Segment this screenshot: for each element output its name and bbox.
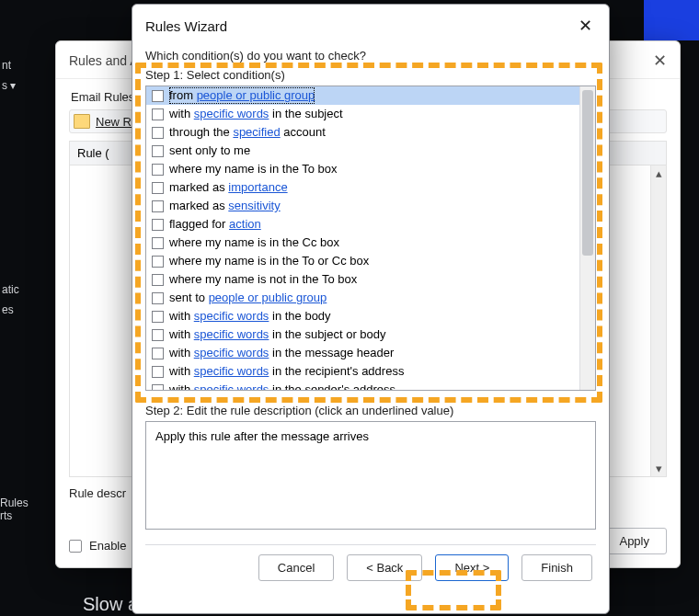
condition-checkbox[interactable] xyxy=(152,182,164,194)
rules-list-scrollbar[interactable]: ▴ ▾ xyxy=(650,165,666,476)
condition-item[interactable]: sent to people or public group xyxy=(146,289,579,307)
condition-checkbox[interactable] xyxy=(152,256,164,268)
condition-checkbox[interactable] xyxy=(152,348,164,359)
condition-item[interactable]: flagged for action xyxy=(146,215,579,234)
rules-alerts-button-row: Apply xyxy=(602,528,667,554)
condition-checkbox[interactable] xyxy=(152,127,164,139)
condition-text: in the sender's address xyxy=(269,382,395,390)
condition-item[interactable]: with specific words in the subject xyxy=(146,105,579,123)
cancel-button[interactable]: Cancel xyxy=(258,554,334,581)
condition-text: flagged for xyxy=(169,217,229,231)
condition-checkbox[interactable] xyxy=(152,200,164,212)
condition-item[interactable]: through the specified account xyxy=(146,123,579,142)
close-icon[interactable]: ✕ xyxy=(575,14,596,38)
condition-checkbox[interactable] xyxy=(152,164,164,176)
finish-button[interactable]: Finish xyxy=(521,554,592,581)
ribbon-left-lower-fragment: Rules rts xyxy=(0,496,37,522)
enable-checkbox[interactable] xyxy=(69,540,82,553)
rules-and-alerts-title: Rules and A xyxy=(69,53,139,68)
ribbon-fragment-text: s ▾ xyxy=(0,75,32,96)
condition-text: in the subject or body xyxy=(269,327,385,341)
condition-checkbox[interactable] xyxy=(152,366,164,378)
scrollbar-thumb[interactable] xyxy=(582,90,593,256)
condition-text: with xyxy=(169,327,194,341)
condition-checkbox[interactable] xyxy=(152,329,164,341)
ribbon-left-fragment: nt s ▾ atic es xyxy=(0,55,32,331)
condition-item[interactable]: where my name is in the To or Cc box xyxy=(146,252,579,270)
condition-link[interactable]: importance xyxy=(228,180,287,194)
new-rule-button[interactable]: New R xyxy=(96,115,132,129)
condition-text: where my name is in the To or Cc box xyxy=(169,254,369,268)
condition-checkbox[interactable] xyxy=(152,384,164,391)
rule-description-text: Apply this rule after the message arrive… xyxy=(155,429,369,443)
new-rule-icon xyxy=(74,114,90,129)
condition-text: in the recipient's address xyxy=(269,364,404,378)
scroll-down-icon[interactable]: ▾ xyxy=(651,461,667,476)
rule-description-box[interactable]: Apply this rule after the message arrive… xyxy=(145,421,596,530)
condition-checkbox[interactable] xyxy=(152,145,164,157)
wizard-question: Which condition(s) do you want to check? xyxy=(145,43,596,63)
conditions-scrollbar[interactable] xyxy=(579,86,595,390)
apply-button[interactable]: Apply xyxy=(602,528,667,554)
step2-label: Step 2: Edit the rule description (click… xyxy=(145,404,596,417)
condition-item[interactable]: from people or public group xyxy=(146,86,579,105)
condition-checkbox[interactable] xyxy=(152,90,164,102)
condition-item[interactable]: with specific words in the recipient's a… xyxy=(146,362,579,381)
condition-text: sent to xyxy=(169,291,209,304)
condition-link[interactable]: sensitivity xyxy=(228,199,280,212)
condition-item[interactable]: where my name is not in the To box xyxy=(146,270,579,289)
ribbon-fragment-text: es xyxy=(0,300,32,320)
enable-label: Enable xyxy=(89,539,126,553)
condition-item[interactable]: where my name is in the Cc box xyxy=(146,234,579,252)
divider xyxy=(145,544,596,545)
condition-item[interactable]: with specific words in the sender's addr… xyxy=(146,381,579,390)
condition-checkbox[interactable] xyxy=(152,311,164,323)
wizard-button-row: Cancel < Back Next > Finish xyxy=(145,554,596,583)
condition-checkbox[interactable] xyxy=(152,108,164,120)
condition-item[interactable]: with specific words in the body xyxy=(146,307,579,325)
scroll-up-icon[interactable]: ▴ xyxy=(651,165,667,181)
condition-link[interactable]: people or public group xyxy=(197,88,315,102)
window-titlebar-fragment xyxy=(644,0,699,40)
condition-link[interactable]: specific words xyxy=(194,327,269,341)
condition-link[interactable]: specific words xyxy=(194,364,269,378)
ribbon-fragment-text: rts xyxy=(0,509,37,522)
rules-wizard-dialog: Rules Wizard ✕ Which condition(s) do you… xyxy=(132,4,610,614)
condition-checkbox[interactable] xyxy=(152,292,164,304)
condition-link[interactable]: specific words xyxy=(194,346,269,359)
condition-checkbox[interactable] xyxy=(152,237,164,249)
condition-item[interactable]: marked as sensitivity xyxy=(146,197,579,215)
condition-item[interactable]: where my name is in the To box xyxy=(146,160,579,178)
back-button[interactable]: < Back xyxy=(347,554,422,581)
condition-text: with xyxy=(169,364,194,378)
condition-item[interactable]: with specific words in the message heade… xyxy=(146,344,579,362)
condition-checkbox[interactable] xyxy=(152,274,164,286)
condition-text: with xyxy=(169,309,194,323)
condition-link[interactable]: specific words xyxy=(194,382,269,390)
condition-item[interactable]: marked as importance xyxy=(146,178,579,197)
condition-text: marked as xyxy=(169,199,228,212)
condition-text: through the xyxy=(169,125,233,139)
condition-text: from xyxy=(169,88,197,102)
ribbon-fragment-text: atic xyxy=(0,279,32,300)
close-icon[interactable]: ✕ xyxy=(653,51,667,71)
ribbon-fragment-text: nt xyxy=(0,55,32,75)
condition-text: account xyxy=(281,125,326,139)
condition-item[interactable]: sent only to me xyxy=(146,142,579,160)
rule-description-label: Rule descr xyxy=(69,486,126,500)
condition-link[interactable]: specified xyxy=(233,125,280,139)
condition-item[interactable]: with specific words in the subject or bo… xyxy=(146,325,579,344)
condition-link[interactable]: specific words xyxy=(194,309,269,323)
condition-text: with xyxy=(169,107,194,120)
condition-text: where my name is in the Cc box xyxy=(169,235,339,249)
condition-checkbox[interactable] xyxy=(152,219,164,231)
step1-label: Step 1: Select condition(s) xyxy=(145,68,596,82)
condition-link[interactable]: action xyxy=(229,217,261,231)
rules-list-header-rule: Rule ( xyxy=(77,146,109,160)
condition-link[interactable]: specific words xyxy=(194,107,269,120)
condition-text: with xyxy=(169,382,194,390)
conditions-listbox[interactable]: from people or public group with specifi… xyxy=(145,86,596,391)
condition-text: with xyxy=(169,346,194,359)
condition-link[interactable]: people or public group xyxy=(209,291,327,304)
next-button[interactable]: Next > xyxy=(435,554,509,581)
